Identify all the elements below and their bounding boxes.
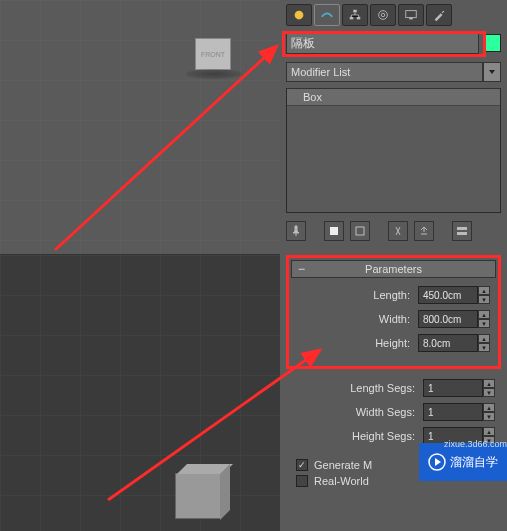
svg-point-4	[379, 11, 388, 20]
width-segs-label: Width Segs:	[292, 406, 419, 418]
hsegs-up[interactable]: ▲	[483, 427, 495, 436]
remove-modifier-button[interactable]	[388, 221, 408, 241]
length-label: Length:	[297, 289, 414, 301]
modifier-list-dropdown[interactable]: Modifier List	[286, 62, 483, 82]
parameters-highlight-box: − Parameters Length: ▲▼ Width: ▲▼	[286, 255, 501, 369]
generate-mapping-checkbox[interactable]	[296, 459, 308, 471]
real-world-label: Real-World	[314, 475, 369, 487]
parameters-header[interactable]: − Parameters	[291, 260, 496, 278]
svg-rect-2	[350, 17, 354, 20]
modifier-stack[interactable]: Box	[286, 88, 501, 213]
height-label: Height:	[297, 337, 414, 349]
viewport-grid-persp	[0, 255, 280, 531]
svg-rect-6	[406, 11, 417, 18]
wsegs-down[interactable]: ▼	[483, 412, 495, 421]
width-label: Width:	[297, 313, 414, 325]
height-segs-label: Height Segs:	[292, 430, 419, 442]
modifier-dropdown-button[interactable]	[483, 62, 501, 82]
length-segs-input[interactable]	[423, 379, 483, 397]
scene-object-box[interactable]	[175, 473, 221, 519]
parameters-title: Parameters	[365, 263, 422, 275]
svg-rect-3	[357, 17, 361, 20]
create-tab[interactable]	[286, 4, 312, 26]
length-input[interactable]	[418, 286, 478, 304]
length-segs-row: Length Segs: ▲▼	[292, 379, 495, 397]
lsegs-down[interactable]: ▼	[483, 388, 495, 397]
utilities-tab[interactable]	[426, 4, 452, 26]
viewport-cube-label: FRONT	[201, 51, 225, 58]
width-segs-row: Width Segs: ▲▼	[292, 403, 495, 421]
modifier-list-row: Modifier List	[280, 60, 507, 84]
viewport-area: FRONT	[0, 0, 280, 531]
viewport-grid	[0, 0, 280, 254]
length-spinner[interactable]: ▲▼	[418, 286, 490, 304]
svg-rect-9	[356, 227, 364, 235]
watermark-text: 溜溜自学	[450, 454, 498, 471]
watermark-badge: 溜溜自学 zixue.3d66.com	[419, 443, 507, 481]
svg-rect-1	[353, 10, 357, 13]
cube-shadow	[186, 69, 242, 79]
width-segs-spinner[interactable]: ▲▼	[423, 403, 495, 421]
modify-tab[interactable]	[314, 4, 340, 26]
width-down[interactable]: ▼	[478, 319, 490, 328]
modifier-stack-item[interactable]: Box	[287, 89, 500, 106]
svg-point-5	[381, 13, 385, 17]
generate-mapping-label: Generate M	[314, 459, 372, 471]
viewport-cube-widget[interactable]: FRONT	[195, 38, 231, 70]
length-segs-label: Length Segs:	[292, 382, 419, 394]
height-up[interactable]: ▲	[478, 334, 490, 343]
width-segs-input[interactable]	[423, 403, 483, 421]
viewport-perspective[interactable]	[0, 255, 280, 531]
width-input[interactable]	[418, 310, 478, 328]
height-spinner[interactable]: ▲▼	[418, 334, 490, 352]
lsegs-up[interactable]: ▲	[483, 379, 495, 388]
rollup-collapse-icon[interactable]: −	[298, 262, 305, 276]
show-end-result-button[interactable]	[324, 221, 344, 241]
viewport-front[interactable]: FRONT	[0, 0, 280, 255]
real-world-checkbox[interactable]	[296, 475, 308, 487]
width-up[interactable]: ▲	[478, 310, 490, 319]
watermark-url: zixue.3d66.com	[444, 439, 507, 449]
height-down[interactable]: ▼	[478, 343, 490, 352]
height-input[interactable]	[418, 334, 478, 352]
configure-sets-button[interactable]	[452, 221, 472, 241]
make-unique-button[interactable]	[350, 221, 370, 241]
panel-tab-row	[280, 0, 507, 30]
remove-modifier-button-2[interactable]	[414, 221, 434, 241]
motion-tab[interactable]	[370, 4, 396, 26]
width-spinner[interactable]: ▲▼	[418, 310, 490, 328]
pin-stack-button[interactable]	[286, 221, 306, 241]
stack-toolbar	[280, 213, 507, 249]
length-down[interactable]: ▼	[478, 295, 490, 304]
wsegs-up[interactable]: ▲	[483, 403, 495, 412]
length-row: Length: ▲▼	[297, 286, 490, 304]
svg-point-0	[295, 11, 304, 20]
svg-rect-7	[409, 18, 413, 20]
object-color-swatch[interactable]	[483, 34, 501, 52]
height-row: Height: ▲▼	[297, 334, 490, 352]
svg-rect-10	[457, 227, 467, 230]
watermark-play-icon	[428, 453, 446, 471]
hierarchy-tab[interactable]	[342, 4, 368, 26]
length-up[interactable]: ▲	[478, 286, 490, 295]
width-row: Width: ▲▼	[297, 310, 490, 328]
display-tab[interactable]	[398, 4, 424, 26]
svg-rect-8	[330, 227, 338, 235]
svg-rect-11	[457, 232, 467, 235]
object-name-row	[280, 30, 507, 60]
object-name-input[interactable]	[286, 32, 479, 54]
length-segs-spinner[interactable]: ▲▼	[423, 379, 495, 397]
